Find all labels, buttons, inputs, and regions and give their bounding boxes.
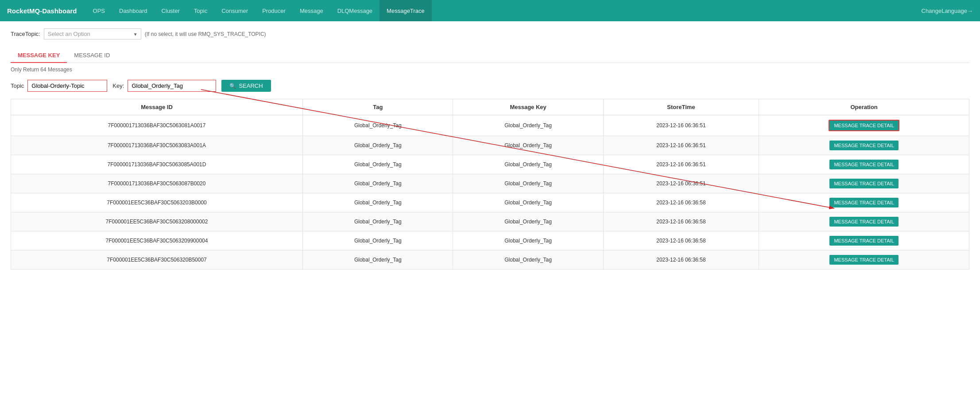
col-operation: Operation <box>759 99 969 115</box>
cell-tag: Global_Orderly_Tag <box>303 115 453 136</box>
cell-message-id: 7F000001EE5C36BAF30C5063209900004 <box>11 231 303 250</box>
cell-message-key: Global_Orderly_Tag <box>453 115 603 136</box>
cell-store-time: 2023-12-16 06:36:51 <box>603 155 759 174</box>
table-row: 7F000001713036BAF30C5063087B0020Global_O… <box>11 174 969 193</box>
search-button[interactable]: 🔍 SEARCH <box>221 80 271 92</box>
trace-topic-label: TraceTopic: <box>11 31 40 37</box>
cell-message-key: Global_Orderly_Tag <box>453 155 603 174</box>
navbar-item-messagetrace[interactable]: MessageTrace <box>380 0 432 21</box>
table-row: 7F000001EE5C36BAF30C5063208000002Global_… <box>11 212 969 231</box>
trace-topic-select[interactable]: Select an Option <box>44 28 141 39</box>
cell-operation: MESSAGE TRACE DETAIL <box>759 250 969 270</box>
cell-message-key: Global_Orderly_Tag <box>453 212 603 231</box>
cell-operation: MESSAGE TRACE DETAIL <box>759 115 969 136</box>
cell-operation: MESSAGE TRACE DETAIL <box>759 136 969 155</box>
cell-message-id: 7F000001713036BAF30C5063085A001D <box>11 155 303 174</box>
topic-label: Topic <box>11 82 24 89</box>
cell-message-id: 7F000001713036BAF30C5063081A0017 <box>11 115 303 136</box>
table-row: 7F000001713036BAF30C5063085A001DGlobal_O… <box>11 155 969 174</box>
key-label: Key: <box>112 82 124 89</box>
cell-message-key: Global_Orderly_Tag <box>453 231 603 250</box>
cell-tag: Global_Orderly_Tag <box>303 212 453 231</box>
table-row: 7F000001EE5C36BAF30C5063209900004Global_… <box>11 231 969 250</box>
message-trace-detail-button[interactable]: MESSAGE TRACE DETAIL <box>829 160 898 169</box>
navbar-item-producer[interactable]: Producer <box>255 0 293 21</box>
cell-operation: MESSAGE TRACE DETAIL <box>759 212 969 231</box>
cell-store-time: 2023-12-16 06:36:51 <box>603 115 759 136</box>
cell-operation: MESSAGE TRACE DETAIL <box>759 193 969 212</box>
trace-topic-select-wrapper[interactable]: Select an Option <box>44 28 141 39</box>
cell-message-key: Global_Orderly_Tag <box>453 193 603 212</box>
cell-store-time: 2023-12-16 06:36:51 <box>603 174 759 193</box>
change-language[interactable]: ChangeLanguage→ <box>922 8 973 14</box>
navbar-item-topic[interactable]: Topic <box>187 0 214 21</box>
navbar-item-ops[interactable]: OPS <box>86 0 112 21</box>
navbar-item-message[interactable]: Message <box>293 0 330 21</box>
key-field-group: Key: <box>112 80 216 92</box>
message-trace-detail-button[interactable]: MESSAGE TRACE DETAIL <box>829 141 898 150</box>
navbar-item-dashboard[interactable]: Dashboard <box>112 0 155 21</box>
messages-table: Message ID Tag Message Key StoreTime Ope… <box>11 99 969 270</box>
topic-field-group: Topic <box>11 80 107 92</box>
message-trace-detail-button[interactable]: MESSAGE TRACE DETAIL <box>829 217 898 227</box>
col-tag: Tag <box>303 99 453 115</box>
cell-message-id: 7F000001713036BAF30C5063087B0020 <box>11 174 303 193</box>
trace-topic-row: TraceTopic: Select an Option (If no sele… <box>11 28 969 39</box>
navbar-item-cluster[interactable]: Cluster <box>155 0 187 21</box>
cell-operation: MESSAGE TRACE DETAIL <box>759 174 969 193</box>
table-row: 7F000001EE5C36BAF30C506320B50007Global_O… <box>11 250 969 270</box>
cell-operation: MESSAGE TRACE DETAIL <box>759 231 969 250</box>
message-trace-detail-button[interactable]: MESSAGE TRACE DETAIL <box>829 120 899 131</box>
cell-tag: Global_Orderly_Tag <box>303 250 453 270</box>
cell-message-id: 7F000001EE5C36BAF30C506320B50007 <box>11 250 303 270</box>
trace-topic-hint: (If no select, it will use RMQ_SYS_TRACE… <box>145 31 266 37</box>
key-input[interactable] <box>128 80 216 92</box>
cell-message-key: Global_Orderly_Tag <box>453 136 603 155</box>
table-row: 7F000001713036BAF30C5063083A001AGlobal_O… <box>11 136 969 155</box>
col-message-id: Message ID <box>11 99 303 115</box>
cell-store-time: 2023-12-16 06:36:58 <box>603 212 759 231</box>
cell-tag: Global_Orderly_Tag <box>303 193 453 212</box>
message-trace-detail-button[interactable]: MESSAGE TRACE DETAIL <box>829 236 898 246</box>
cell-operation: MESSAGE TRACE DETAIL <box>759 155 969 174</box>
cell-message-id: 7F000001EE5C36BAF30C5063208000002 <box>11 212 303 231</box>
col-message-key: Message Key <box>453 99 603 115</box>
navbar-item-consumer[interactable]: Consumer <box>214 0 255 21</box>
topic-input[interactable] <box>27 80 107 92</box>
search-button-label: SEARCH <box>239 82 263 89</box>
table-header-row: Message ID Tag Message Key StoreTime Ope… <box>11 99 969 115</box>
search-section: Topic Key: 🔍 SEARCH <box>11 80 969 270</box>
table-row: 7F000001EE5C36BAF30C5063203B0000Global_O… <box>11 193 969 212</box>
tabs: MESSAGE KEY MESSAGE ID <box>11 48 969 63</box>
cell-tag: Global_Orderly_Tag <box>303 231 453 250</box>
tab-message-id[interactable]: MESSAGE ID <box>67 48 117 63</box>
cell-tag: Global_Orderly_Tag <box>303 174 453 193</box>
cell-store-time: 2023-12-16 06:36:58 <box>603 193 759 212</box>
cell-message-key: Global_Orderly_Tag <box>453 174 603 193</box>
search-icon: 🔍 <box>229 83 236 89</box>
cell-store-time: 2023-12-16 06:36:58 <box>603 231 759 250</box>
cell-message-id: 7F000001EE5C36BAF30C5063203B0000 <box>11 193 303 212</box>
cell-message-id: 7F000001713036BAF30C5063083A001A <box>11 136 303 155</box>
cell-message-key: Global_Orderly_Tag <box>453 250 603 270</box>
cell-store-time: 2023-12-16 06:36:51 <box>603 136 759 155</box>
col-store-time: StoreTime <box>603 99 759 115</box>
navbar-item-dlqmessage[interactable]: DLQMessage <box>330 0 380 21</box>
table-row: 7F000001713036BAF30C5063081A0017Global_O… <box>11 115 969 136</box>
main-content: TraceTopic: Select an Option (If no sele… <box>0 21 980 277</box>
navbar-brand: RocketMQ-Dashboard <box>7 7 77 15</box>
message-trace-detail-button[interactable]: MESSAGE TRACE DETAIL <box>829 198 898 207</box>
navbar: RocketMQ-Dashboard OPS Dashboard Cluster… <box>0 0 980 21</box>
cell-tag: Global_Orderly_Tag <box>303 136 453 155</box>
message-trace-detail-button[interactable]: MESSAGE TRACE DETAIL <box>829 255 898 265</box>
message-trace-detail-button[interactable]: MESSAGE TRACE DETAIL <box>829 179 898 188</box>
cell-store-time: 2023-12-16 06:36:58 <box>603 250 759 270</box>
tab-message-key[interactable]: MESSAGE KEY <box>11 48 67 63</box>
cell-tag: Global_Orderly_Tag <box>303 155 453 174</box>
search-area: Topic Key: 🔍 SEARCH <box>11 80 969 92</box>
only-return-label: Only Return 64 Messages <box>11 66 969 73</box>
